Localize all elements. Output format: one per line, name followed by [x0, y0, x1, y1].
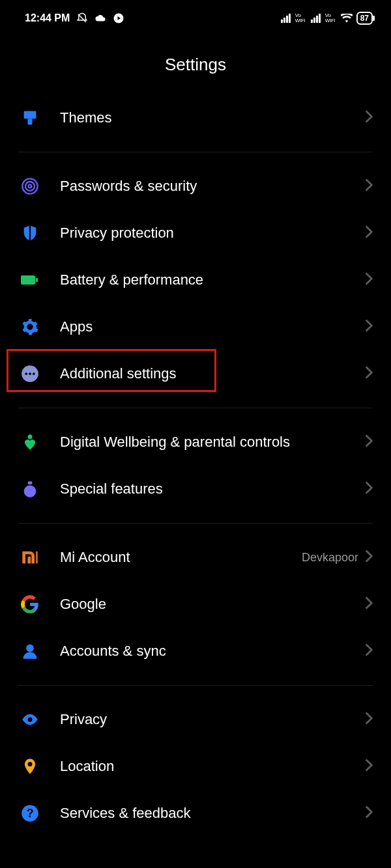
themes-icon	[21, 109, 60, 127]
chevron-right-icon	[365, 596, 373, 612]
divider	[18, 408, 373, 408]
chevron-right-icon	[365, 643, 373, 659]
chevron-right-icon	[365, 178, 373, 194]
row-themes[interactable]: Themes	[0, 94, 391, 141]
gear-icon	[21, 318, 60, 336]
row-label: Mi Account	[60, 549, 302, 566]
chevron-right-icon	[365, 759, 373, 774]
row-label: Digital Wellbeing & parental controls	[60, 434, 365, 451]
vowifi-1-label: Vo WiFi	[295, 13, 307, 23]
svg-point-4	[25, 182, 35, 191]
row-label: Additional settings	[60, 365, 365, 382]
svg-point-11	[33, 372, 35, 375]
row-privacy-protection[interactable]: Privacy protection	[0, 210, 391, 257]
row-passwords-security[interactable]: Passwords & security	[0, 163, 391, 210]
wifi-icon	[341, 14, 353, 23]
chevron-right-icon	[365, 481, 373, 497]
svg-point-5	[29, 185, 32, 188]
chevron-right-icon	[365, 805, 373, 821]
vowifi-2-label: Vo WiFi	[325, 13, 337, 23]
svg-point-14	[24, 485, 36, 497]
row-label: Privacy protection	[60, 225, 365, 242]
row-accounts-sync[interactable]: Accounts & sync	[0, 628, 391, 675]
battery-icon	[21, 271, 60, 289]
row-label: Google	[60, 596, 365, 613]
row-battery-performance[interactable]: Battery & performance	[0, 257, 391, 303]
mi-logo-icon	[21, 548, 60, 567]
google-icon	[21, 595, 60, 613]
row-label: Location	[60, 758, 365, 775]
row-label: Accounts & sync	[60, 643, 365, 660]
chevron-right-icon	[365, 225, 373, 241]
play-icon	[113, 12, 124, 24]
row-label: Privacy	[60, 711, 365, 728]
chevron-right-icon	[365, 110, 373, 126]
location-pin-icon	[21, 757, 60, 776]
row-mi-account[interactable]: Mi Account Devkapoor	[0, 534, 391, 581]
help-icon: ?	[21, 804, 60, 822]
fingerprint-icon	[21, 177, 60, 195]
svg-text:?: ?	[27, 807, 34, 820]
row-services-feedback[interactable]: ? Services & feedback	[0, 790, 391, 837]
row-label: Services & feedback	[60, 805, 365, 822]
page-title: Settings	[0, 36, 391, 94]
more-icon	[21, 365, 60, 383]
svg-point-10	[29, 372, 31, 375]
row-apps[interactable]: Apps	[0, 303, 391, 350]
battery-indicator: 87	[356, 12, 373, 25]
mute-icon	[76, 12, 88, 24]
chevron-right-icon	[365, 272, 373, 288]
chevron-right-icon	[365, 550, 373, 565]
svg-rect-13	[28, 481, 33, 484]
svg-rect-7	[36, 278, 38, 282]
chevron-right-icon	[365, 712, 373, 727]
row-value: Devkapoor	[302, 551, 358, 565]
signal-1-icon	[281, 14, 291, 23]
svg-point-9	[25, 372, 27, 375]
row-label: Themes	[60, 109, 365, 126]
wellbeing-icon	[21, 433, 60, 451]
row-label: Apps	[60, 318, 365, 335]
svg-point-12	[28, 434, 33, 439]
cloud-icon	[94, 12, 106, 24]
svg-rect-2	[28, 119, 33, 124]
person-icon	[21, 642, 60, 660]
eye-icon	[21, 710, 60, 729]
flask-icon	[21, 480, 60, 498]
svg-rect-6	[21, 275, 35, 285]
divider	[18, 523, 373, 524]
svg-point-16	[26, 645, 34, 652]
divider	[18, 685, 373, 686]
chevron-right-icon	[365, 366, 373, 382]
shield-icon	[21, 224, 60, 242]
row-privacy[interactable]: Privacy	[0, 696, 391, 743]
row-label: Battery & performance	[60, 272, 365, 288]
row-digital-wellbeing[interactable]: Digital Wellbeing & parental controls	[0, 419, 391, 466]
row-label: Passwords & security	[60, 178, 365, 195]
row-special-features[interactable]: Special features	[0, 466, 391, 512]
divider	[18, 152, 373, 152]
row-label: Special features	[60, 481, 365, 497]
svg-rect-15	[28, 557, 31, 564]
status-time: 12:44 PM	[25, 12, 70, 24]
svg-rect-1	[24, 111, 36, 119]
row-google[interactable]: Google	[0, 581, 391, 628]
chevron-right-icon	[365, 319, 373, 335]
row-additional-settings[interactable]: Additional settings	[0, 350, 391, 397]
status-bar: 12:44 PM Vo WiFi Vo WiFi 87	[0, 0, 391, 36]
signal-2-icon	[311, 14, 321, 23]
row-location[interactable]: Location	[0, 743, 391, 790]
chevron-right-icon	[365, 434, 373, 450]
settings-list: Themes Passwords & security Privacy prot…	[0, 94, 391, 837]
